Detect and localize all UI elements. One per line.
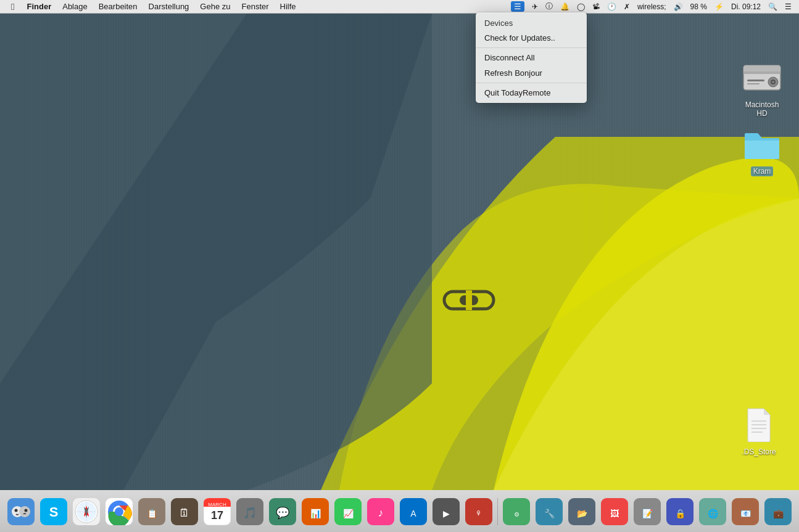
bearbeiten-menu[interactable]: Bearbeiten	[94, 1, 143, 12]
dock-app15[interactable]: 🎙	[463, 496, 494, 527]
svg-text:📊: 📊	[310, 509, 321, 519]
notification-icon[interactable]: 🔔	[558, 2, 572, 11]
dock-separator	[497, 498, 498, 525]
dock-app22[interactable]: 🌐	[697, 496, 728, 527]
battery-icon: ⚡	[712, 2, 726, 11]
disconnect-all-item[interactable]: Disconnect All	[476, 50, 587, 65]
menubar-left:  Finder Ablage Bearbeiten Darstellung G…	[5, 1, 301, 12]
list-icon[interactable]: ☰	[782, 2, 794, 11]
dock-app8[interactable]: 🎵	[234, 496, 265, 527]
svg-text:📂: 📂	[577, 509, 588, 519]
display-icon[interactable]: 📽	[590, 2, 602, 11]
circle-icon[interactable]: ◯	[574, 2, 587, 11]
clock: Di. 09:12	[729, 2, 763, 11]
svg-point-23	[25, 509, 28, 512]
battery-percent: 98 %	[688, 2, 710, 11]
harddrive-svg	[742, 60, 782, 95]
svg-point-11	[772, 81, 774, 83]
dock-finder[interactable]	[6, 496, 36, 527]
dock-app19[interactable]: 🖼	[599, 496, 630, 527]
volume-icon[interactable]: 🔊	[671, 2, 685, 11]
svg-text:💬: 💬	[276, 506, 290, 520]
svg-text:S: S	[49, 504, 59, 520]
search-icon[interactable]: 🔍	[766, 2, 780, 11]
finder-menu[interactable]: Finder	[22, 1, 56, 12]
dock-app20[interactable]: 📝	[632, 496, 663, 527]
menubar:  Finder Ablage Bearbeiten Darstellung G…	[0, 0, 799, 14]
dock-itunes[interactable]: ♪	[365, 496, 396, 527]
svg-text:📈: 📈	[343, 509, 354, 519]
svg-text:🖼: 🖼	[610, 509, 619, 518]
fenster-menu[interactable]: Fenster	[237, 1, 274, 12]
svg-point-21	[19, 506, 30, 517]
gehe-zu-menu[interactable]: Gehe zu	[195, 1, 235, 12]
menubar-right: ☰ ✈ ⓘ 🔔 ◯ 📽 🕐 ✗ wireless; 🔊 98 % ⚡ Di. 0…	[508, 1, 794, 12]
dock-safari[interactable]	[71, 496, 102, 527]
dock-appstore[interactable]: A	[398, 496, 429, 527]
dock-app17[interactable]: 🔧	[534, 496, 565, 527]
folder-svg	[742, 127, 782, 162]
wifi-icon[interactable]: wireless;	[635, 2, 669, 11]
svg-rect-13	[747, 83, 760, 84]
svg-point-22	[15, 509, 18, 512]
dock-app10[interactable]: 📊	[300, 496, 331, 527]
svg-text:♪: ♪	[378, 507, 384, 519]
svg-point-36	[115, 507, 123, 516]
quit-today-remote-item[interactable]: Quit TodayRemote	[476, 85, 587, 100]
hilfe-menu[interactable]: Hilfe	[275, 1, 301, 12]
dock-app6[interactable]: 🗓	[169, 496, 200, 527]
svg-text:🔧: 🔧	[544, 509, 555, 519]
kram-folder-icon[interactable]: Kram	[737, 125, 787, 176]
ds-store-icon[interactable]: .DS_Store	[734, 405, 784, 457]
timemachine-icon[interactable]: 🕐	[605, 2, 619, 11]
file-svg	[745, 407, 772, 442]
check-updates-item[interactable]: Check for Updates..	[476, 30, 587, 46]
dock-calendar[interactable]: 17 MARCH	[202, 496, 233, 527]
dock-chrome[interactable]	[104, 496, 135, 527]
finder-dock-icon	[7, 498, 35, 525]
svg-text:⚙: ⚙	[514, 511, 520, 518]
dock-skype[interactable]: S	[38, 496, 69, 527]
svg-text:🎙: 🎙	[476, 510, 482, 517]
harddrive-icon-img	[742, 58, 782, 97]
info-icon[interactable]: ⓘ	[543, 1, 555, 12]
dock-numbers[interactable]: 📈	[333, 496, 363, 527]
dock-app18[interactable]: 📂	[566, 496, 597, 527]
ablage-menu[interactable]: Ablage	[57, 1, 92, 12]
svg-rect-8	[743, 72, 780, 74]
dock: S 📋 🗓	[0, 490, 799, 532]
svg-text:🎵: 🎵	[243, 506, 257, 520]
dock-app21[interactable]: 🔒	[664, 496, 695, 527]
dock-app14[interactable]: ▶	[431, 496, 462, 527]
kram-folder-img	[742, 125, 782, 164]
refresh-bonjour-item[interactable]: Refresh Bonjour	[476, 65, 587, 81]
svg-rect-12	[747, 80, 764, 81]
svg-text:▶: ▶	[443, 509, 450, 518]
svg-text:MARCH: MARCH	[208, 502, 226, 507]
dock-app16[interactable]: ⚙	[501, 496, 532, 527]
svg-text:💼: 💼	[773, 509, 784, 519]
separator-1	[476, 47, 587, 48]
desktop: Macintosh HD Kram .DS_Store	[0, 14, 799, 490]
apple-menu[interactable]: 	[5, 1, 20, 12]
today-remote-icon[interactable]: ☰	[508, 2, 527, 11]
svg-text:17: 17	[211, 509, 223, 522]
dock-app23[interactable]: 📧	[730, 496, 761, 527]
darstellung-menu[interactable]: Darstellung	[144, 1, 194, 12]
dock-app9[interactable]: 💬	[267, 496, 298, 527]
location-icon[interactable]: ✈	[529, 2, 540, 11]
ds-store-img	[739, 405, 779, 444]
dock-app5[interactable]: 📋	[136, 496, 167, 527]
bluetooth-icon[interactable]: ✗	[621, 2, 632, 11]
ds-store-label: .DS_Store	[739, 447, 778, 457]
svg-text:🌐: 🌐	[708, 509, 719, 519]
svg-text:📧: 📧	[740, 509, 751, 519]
today-remote-dropdown: Devices Check for Updates.. Disconnect A…	[476, 12, 587, 103]
svg-rect-5	[466, 290, 472, 310]
wallpaper	[0, 14, 799, 490]
kram-label: Kram	[751, 166, 774, 176]
svg-text:A: A	[410, 509, 416, 518]
macintosh-hd-label: Macintosh HD	[737, 100, 787, 118]
macintosh-hd-icon[interactable]: Macintosh HD	[737, 58, 787, 118]
dock-app24[interactable]: 💼	[763, 496, 793, 527]
